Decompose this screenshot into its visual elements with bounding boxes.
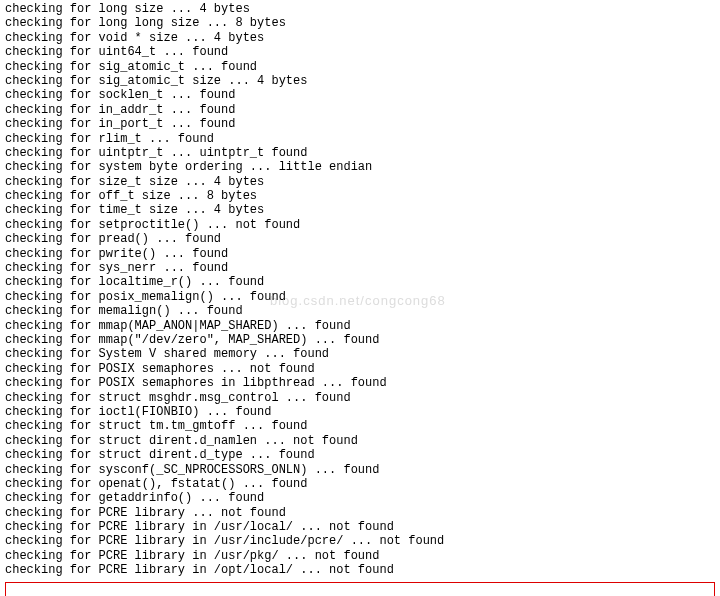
terminal-line: checking for sys_nerr ... found <box>5 261 715 275</box>
terminal-line: checking for localtime_r() ... found <box>5 275 715 289</box>
terminal-line: checking for ioctl(FIONBIO) ... found <box>5 405 715 419</box>
terminal-line: checking for PCRE library in /usr/includ… <box>5 534 715 548</box>
terminal-line: checking for PCRE library in /usr/local/… <box>5 520 715 534</box>
terminal-line: checking for uintptr_t ... uintptr_t fou… <box>5 146 715 160</box>
terminal-line: checking for getaddrinfo() ... found <box>5 491 715 505</box>
terminal-line: checking for long long size ... 8 bytes <box>5 16 715 30</box>
terminal-line: checking for setproctitle() ... not foun… <box>5 218 715 232</box>
terminal-line: checking for socklen_t ... found <box>5 88 715 102</box>
terminal-line: checking for system byte ordering ... li… <box>5 160 715 174</box>
terminal-line: checking for time_t size ... 4 bytes <box>5 203 715 217</box>
terminal-line: checking for sysconf(_SC_NPROCESSORS_ONL… <box>5 463 715 477</box>
terminal-line: checking for struct tm.tm_gmtoff ... fou… <box>5 419 715 433</box>
terminal-line: checking for sig_atomic_t ... found <box>5 60 715 74</box>
terminal-line: checking for mmap("/dev/zero", MAP_SHARE… <box>5 333 715 347</box>
terminal-line: checking for rlim_t ... found <box>5 132 715 146</box>
terminal-line: checking for PCRE library in /opt/local/… <box>5 563 715 577</box>
terminal-line: checking for mmap(MAP_ANON|MAP_SHARED) .… <box>5 319 715 333</box>
terminal-line: checking for long size ... 4 bytes <box>5 2 715 16</box>
terminal-line: checking for System V shared memory ... … <box>5 347 715 361</box>
error-line-1: ./configure: error: the HTTP rewrite mod… <box>10 587 710 596</box>
terminal-line: checking for size_t size ... 4 bytes <box>5 175 715 189</box>
terminal-line: checking for PCRE library in /usr/pkg/ .… <box>5 549 715 563</box>
configure-error-box: ./configure: error: the HTTP rewrite mod… <box>5 582 715 596</box>
terminal-line: checking for PCRE library ... not found <box>5 506 715 520</box>
terminal-line: checking for POSIX semaphores in libpthr… <box>5 376 715 390</box>
terminal-line: checking for in_port_t ... found <box>5 117 715 131</box>
terminal-line: checking for pread() ... found <box>5 232 715 246</box>
terminal-line: checking for struct dirent.d_type ... fo… <box>5 448 715 462</box>
terminal-line: checking for pwrite() ... found <box>5 247 715 261</box>
terminal-line: checking for posix_memalign() ... found <box>5 290 715 304</box>
terminal-line: checking for off_t size ... 8 bytes <box>5 189 715 203</box>
terminal-line: checking for struct msghdr.msg_control .… <box>5 391 715 405</box>
terminal-line: checking for in_addr_t ... found <box>5 103 715 117</box>
terminal-line: checking for sig_atomic_t size ... 4 byt… <box>5 74 715 88</box>
terminal-output: checking for long size ... 4 byteschecki… <box>5 2 715 578</box>
terminal-line: checking for uint64_t ... found <box>5 45 715 59</box>
terminal-line: checking for openat(), fstatat() ... fou… <box>5 477 715 491</box>
terminal-line: checking for void * size ... 4 bytes <box>5 31 715 45</box>
terminal-line: checking for struct dirent.d_namlen ... … <box>5 434 715 448</box>
terminal-line: checking for POSIX semaphores ... not fo… <box>5 362 715 376</box>
terminal-line: checking for memalign() ... found <box>5 304 715 318</box>
